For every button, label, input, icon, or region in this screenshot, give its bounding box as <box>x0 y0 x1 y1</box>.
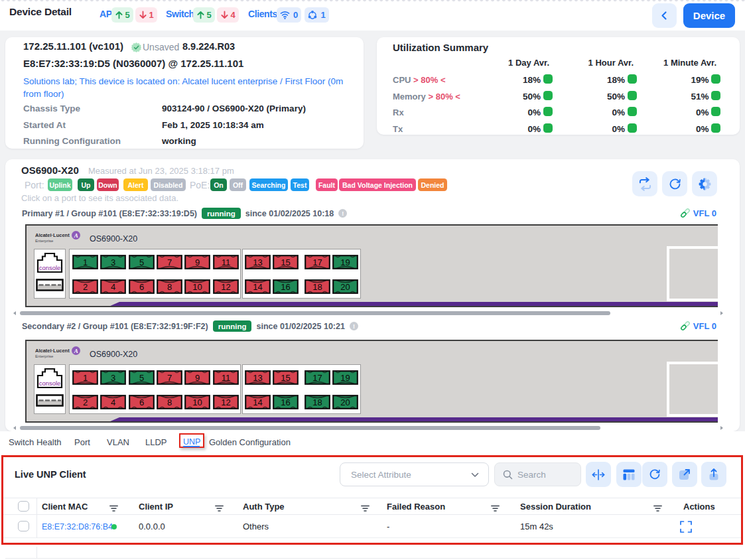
svg-text:14: 14 <box>253 282 262 292</box>
svg-text:1: 1 <box>83 257 88 267</box>
svg-text:8: 8 <box>167 397 172 407</box>
svg-text:7: 7 <box>167 257 172 267</box>
svg-text:13: 13 <box>253 373 262 383</box>
svg-text:5: 5 <box>139 373 144 383</box>
svg-text:11: 11 <box>222 257 231 267</box>
svg-text:12: 12 <box>221 397 230 407</box>
svg-text:4: 4 <box>111 282 115 292</box>
svg-text:10: 10 <box>192 282 202 292</box>
svg-text:16: 16 <box>281 397 290 407</box>
svg-text:16: 16 <box>281 282 290 292</box>
svg-text:2: 2 <box>83 397 88 407</box>
svg-text:8: 8 <box>167 282 172 292</box>
svg-text:12: 12 <box>221 282 230 292</box>
svg-text:13: 13 <box>253 257 262 267</box>
svg-text:19: 19 <box>340 257 350 267</box>
svg-text:17: 17 <box>312 257 322 267</box>
svg-text:7: 7 <box>167 373 172 383</box>
svg-text:14: 14 <box>253 397 262 407</box>
svg-text:18: 18 <box>312 282 322 292</box>
svg-text:20: 20 <box>340 397 350 407</box>
svg-text:10: 10 <box>192 397 202 407</box>
svg-text:3: 3 <box>111 257 115 267</box>
svg-text:6: 6 <box>139 282 144 292</box>
svg-text:17: 17 <box>312 373 322 383</box>
svg-text:A: A <box>74 232 78 239</box>
svg-text:1: 1 <box>83 373 88 383</box>
svg-text:15: 15 <box>281 373 290 383</box>
svg-text:9: 9 <box>195 373 200 383</box>
svg-text:3: 3 <box>111 373 115 383</box>
svg-text:2: 2 <box>83 282 88 292</box>
svg-text:20: 20 <box>340 282 350 292</box>
svg-text:6: 6 <box>139 397 144 407</box>
svg-text:19: 19 <box>340 373 350 383</box>
svg-text:15: 15 <box>281 257 290 267</box>
svg-text:5: 5 <box>139 257 144 267</box>
svg-text:11: 11 <box>222 373 231 383</box>
svg-text:18: 18 <box>312 397 322 407</box>
svg-text:A: A <box>74 348 78 354</box>
svg-text:4: 4 <box>111 397 115 407</box>
svg-text:9: 9 <box>195 257 200 267</box>
